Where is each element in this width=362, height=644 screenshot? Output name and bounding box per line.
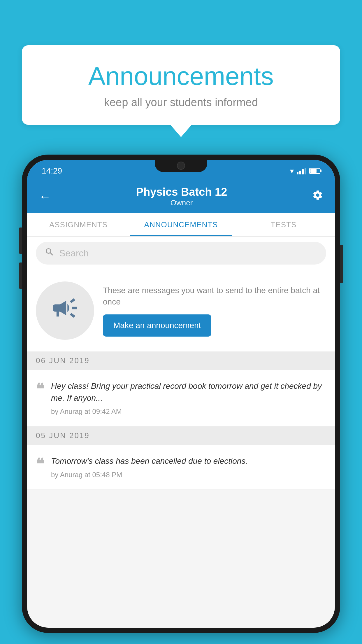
app-bar-subtitle: Owner bbox=[136, 198, 227, 207]
announcement-item-2[interactable]: ❝ Tomorrow's class has been cancelled du… bbox=[27, 445, 335, 490]
tab-announcements[interactable]: ANNOUNCEMENTS bbox=[130, 213, 232, 236]
date-separator-1: 06 JUN 2019 bbox=[27, 351, 335, 370]
battery-fill bbox=[310, 169, 317, 173]
speech-bubble-section: Announcements keep all your students inf… bbox=[22, 45, 340, 125]
app-bar-title: Physics Batch 12 bbox=[136, 186, 227, 198]
announcement-text-2: Tomorrow's class has been cancelled due … bbox=[51, 455, 326, 467]
phone-volume-up-button bbox=[19, 228, 22, 254]
settings-button[interactable] bbox=[312, 190, 323, 203]
announcement-meta-1: by Anurag at 09:42 AM bbox=[51, 407, 326, 416]
phone-screen: 14:29 ▾ ← Phys bbox=[27, 160, 335, 628]
speech-bubble-card: Announcements keep all your students inf… bbox=[22, 45, 340, 125]
promo-icon-circle bbox=[36, 281, 94, 340]
megaphone-icon bbox=[50, 293, 80, 328]
phone-camera bbox=[177, 162, 185, 170]
announcement-content-1: Hey class! Bring your practical record b… bbox=[51, 380, 326, 416]
announcement-item-1[interactable]: ❝ Hey class! Bring your practical record… bbox=[27, 370, 335, 426]
quote-icon-1: ❝ bbox=[36, 382, 44, 397]
tabs-container: ASSIGNMENTS ANNOUNCEMENTS TESTS bbox=[27, 213, 335, 237]
announcement-content-2: Tomorrow's class has been cancelled due … bbox=[51, 455, 326, 479]
date-separator-2: 05 JUN 2019 bbox=[27, 426, 335, 445]
announcement-text-1: Hey class! Bring your practical record b… bbox=[51, 380, 326, 404]
signal-icon bbox=[297, 167, 306, 174]
promo-right: These are messages you want to send to t… bbox=[103, 285, 326, 337]
gear-icon bbox=[312, 190, 323, 201]
wifi-icon: ▾ bbox=[290, 167, 294, 176]
search-placeholder: Search bbox=[59, 248, 89, 259]
phone-outer: 14:29 ▾ ← Phys bbox=[22, 155, 340, 633]
phone-volume-down-button bbox=[19, 262, 22, 289]
make-announcement-button[interactable]: Make an announcement bbox=[103, 314, 211, 337]
bubble-subtitle: keep all your students informed bbox=[39, 96, 323, 109]
tab-assignments[interactable]: ASSIGNMENTS bbox=[27, 213, 130, 236]
back-button[interactable]: ← bbox=[39, 190, 51, 204]
promo-description: These are messages you want to send to t… bbox=[103, 285, 326, 307]
quote-icon-2: ❝ bbox=[36, 456, 44, 472]
phone-mockup: 14:29 ▾ ← Phys bbox=[22, 155, 340, 633]
search-bar[interactable]: Search bbox=[36, 242, 326, 265]
battery-icon bbox=[309, 168, 320, 174]
tab-tests[interactable]: TESTS bbox=[232, 213, 335, 236]
status-icons: ▾ bbox=[290, 167, 320, 176]
search-container: Search bbox=[27, 237, 335, 270]
app-bar-title-section: Physics Batch 12 Owner bbox=[136, 186, 227, 207]
bubble-title: Announcements bbox=[39, 61, 323, 91]
app-bar: ← Physics Batch 12 Owner bbox=[27, 180, 335, 213]
status-time: 14:29 bbox=[42, 166, 62, 176]
announcement-meta-2: by Anurag at 05:48 PM bbox=[51, 471, 326, 479]
search-icon bbox=[45, 247, 55, 259]
phone-power-button bbox=[340, 245, 343, 283]
promo-section: These are messages you want to send to t… bbox=[27, 270, 335, 351]
